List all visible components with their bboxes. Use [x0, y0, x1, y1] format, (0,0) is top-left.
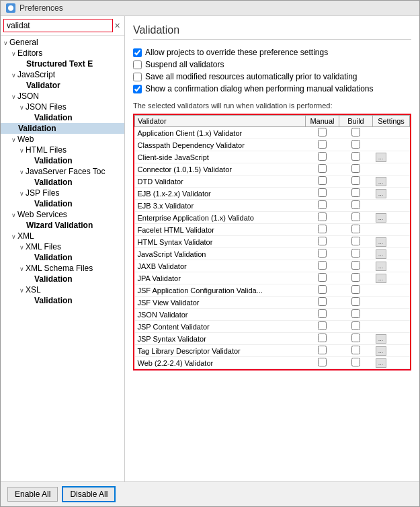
- tree-label: JSON: [17, 91, 39, 101]
- tree-item-javascript[interactable]: ∨JavaScript: [1, 69, 124, 80]
- settings-button[interactable]: ...: [376, 153, 386, 162]
- build-checkbox[interactable]: [351, 334, 360, 342]
- search-input[interactable]: [3, 19, 113, 32]
- tree-item-web[interactable]: ∨Web: [1, 134, 124, 145]
- title-bar: Preferences: [1, 1, 419, 16]
- tree-item-wizard-validation[interactable]: Wizard Validation: [1, 220, 124, 231]
- tree-item-json-validation[interactable]: Validation: [1, 112, 124, 123]
- manual-checkbox[interactable]: [318, 285, 327, 294]
- tree-label: Structured Text E: [26, 59, 93, 69]
- manual-cell: [306, 139, 339, 151]
- manual-checkbox[interactable]: [318, 237, 327, 245]
- settings-button[interactable]: ...: [376, 249, 386, 259]
- manual-checkbox[interactable]: [318, 273, 327, 282]
- tree-item-jsp-files[interactable]: ∨JSP Files: [1, 188, 124, 198]
- tree-item-validator-js[interactable]: Validator: [1, 80, 124, 91]
- settings-button[interactable]: ...: [376, 237, 386, 247]
- manual-cell: [306, 224, 339, 236]
- manual-checkbox[interactable]: [318, 249, 327, 258]
- tree-item-xsl[interactable]: ∨XSL: [1, 284, 124, 295]
- tree-item-html-validation[interactable]: Validation: [1, 155, 124, 166]
- tree-item-jsf[interactable]: ∨JavaServer Faces Toc: [1, 166, 124, 177]
- settings-button[interactable]: ...: [376, 358, 386, 368]
- settings-button[interactable]: ...: [376, 274, 386, 283]
- build-checkbox[interactable]: [351, 261, 360, 270]
- build-checkbox[interactable]: [351, 200, 360, 209]
- manual-cell: [306, 163, 339, 176]
- tree-item-general[interactable]: ∨General: [1, 37, 124, 48]
- build-checkbox[interactable]: [351, 212, 360, 221]
- tree-item-xml[interactable]: ∨XML: [1, 231, 124, 241]
- manual-checkbox[interactable]: [318, 212, 327, 221]
- build-checkbox[interactable]: [351, 176, 360, 185]
- manual-checkbox[interactable]: [318, 128, 327, 136]
- tree-item-jsp-validation[interactable]: Validation: [1, 198, 124, 209]
- tree-item-json[interactable]: ∨JSON: [1, 91, 124, 102]
- disable-all-button[interactable]: Disable All: [62, 486, 116, 502]
- table-row: JSF Application Configuration Valida...: [135, 284, 410, 297]
- build-checkbox[interactable]: [351, 309, 360, 318]
- settings-button[interactable]: ...: [376, 334, 386, 344]
- manual-checkbox[interactable]: [318, 164, 327, 173]
- tree-label: Wizard Validation: [26, 221, 93, 230]
- allow-override-checkbox[interactable]: [133, 48, 142, 57]
- manual-checkbox[interactable]: [318, 309, 327, 318]
- settings-button[interactable]: ...: [376, 213, 386, 223]
- tree-item-xml-files[interactable]: ∨XML Files: [1, 241, 124, 252]
- manual-checkbox[interactable]: [318, 176, 327, 185]
- suspend-checkbox[interactable]: [133, 61, 142, 69]
- build-checkbox[interactable]: [351, 249, 360, 258]
- tree-item-xml-validation[interactable]: Validation: [1, 252, 124, 263]
- enable-all-button[interactable]: Enable All: [7, 487, 58, 502]
- manual-checkbox[interactable]: [318, 152, 327, 161]
- build-checkbox[interactable]: [351, 297, 360, 306]
- build-checkbox[interactable]: [351, 285, 360, 294]
- tree-item-html-files[interactable]: ∨HTML Files: [1, 145, 124, 155]
- manual-checkbox[interactable]: [318, 358, 327, 366]
- settings-button[interactable]: ...: [376, 262, 386, 271]
- manual-checkbox[interactable]: [318, 261, 327, 270]
- tree-item-jsf-validation[interactable]: Validation: [1, 177, 124, 188]
- build-checkbox[interactable]: [351, 152, 360, 161]
- clear-search-button[interactable]: ✕: [113, 22, 122, 30]
- save-modified-checkbox[interactable]: [133, 73, 142, 81]
- tree-arrow: ∨: [19, 266, 24, 272]
- build-checkbox[interactable]: [351, 128, 360, 136]
- manual-checkbox[interactable]: [318, 321, 327, 330]
- tree-item-web-services[interactable]: ∨Web Services: [1, 209, 124, 220]
- validator-name: JSP Content Validator: [135, 321, 306, 333]
- tree-item-validation-selected[interactable]: Validation: [1, 123, 124, 134]
- table-row: Application Client (1.x) Validator: [135, 127, 410, 139]
- build-checkbox[interactable]: [351, 237, 360, 245]
- tree-item-json-files[interactable]: ∨JSON Files: [1, 102, 124, 112]
- build-checkbox[interactable]: [351, 188, 360, 197]
- settings-button[interactable]: ...: [376, 346, 386, 356]
- manual-checkbox[interactable]: [318, 200, 327, 209]
- build-checkbox[interactable]: [351, 140, 360, 149]
- tree-item-structured-text[interactable]: Structured Text E: [1, 58, 124, 69]
- manual-checkbox[interactable]: [318, 346, 327, 354]
- show-dialog-checkbox[interactable]: [133, 85, 142, 93]
- tree-item-editors[interactable]: ∨Editors: [1, 48, 124, 58]
- build-checkbox[interactable]: [351, 273, 360, 282]
- manual-checkbox[interactable]: [318, 140, 327, 149]
- tree-label: Validator: [26, 81, 60, 90]
- manual-checkbox[interactable]: [318, 334, 327, 342]
- build-checkbox[interactable]: [351, 358, 360, 366]
- options-section: Allow projects to override these prefere…: [133, 48, 411, 93]
- manual-checkbox[interactable]: [318, 225, 327, 233]
- tree-label: Validation: [18, 124, 56, 133]
- build-checkbox[interactable]: [351, 164, 360, 173]
- build-checkbox[interactable]: [351, 321, 360, 330]
- manual-checkbox[interactable]: [318, 188, 327, 197]
- build-checkbox[interactable]: [351, 346, 360, 354]
- manual-checkbox[interactable]: [318, 297, 327, 306]
- tree-item-xml-schema-validation[interactable]: Validation: [1, 274, 124, 284]
- settings-button[interactable]: ...: [376, 189, 386, 198]
- tree-arrow: ∨: [19, 104, 24, 111]
- build-checkbox[interactable]: [351, 225, 360, 233]
- manual-cell: [306, 260, 339, 272]
- settings-button[interactable]: ...: [376, 177, 386, 186]
- tree-item-xml-schema[interactable]: ∨XML Schema Files: [1, 263, 124, 274]
- tree-item-xsl-validation[interactable]: Validation: [1, 295, 124, 306]
